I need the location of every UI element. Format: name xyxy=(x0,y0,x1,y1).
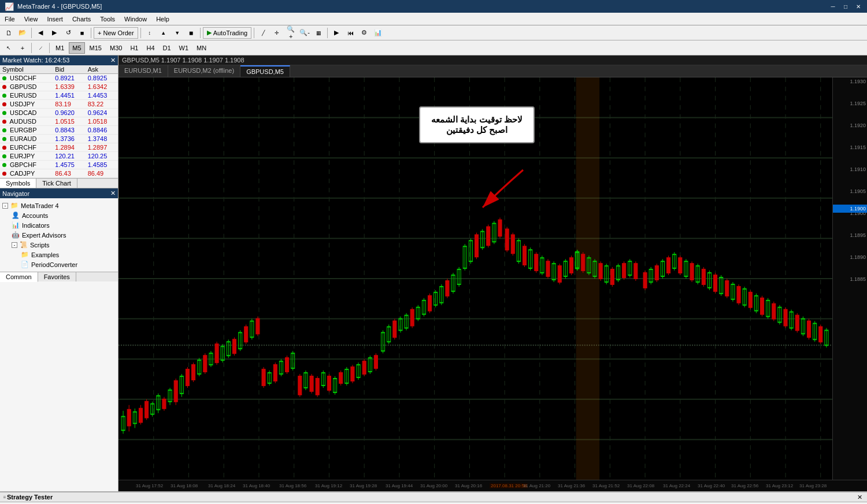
mw-row[interactable]: EURJPY 120.21 120.25 xyxy=(0,152,118,161)
mw-row[interactable]: USDCHF 0.8921 0.8925 xyxy=(0,74,118,83)
period-m5[interactable]: M5 xyxy=(69,42,84,54)
zoom-in-btn[interactable]: 🔍+ xyxy=(284,27,297,39)
zoom-out-btn[interactable]: 🔍- xyxy=(298,27,311,39)
svg-rect-91 xyxy=(298,376,302,395)
tree-item-period-converter[interactable]: 📄 PeriodConverter xyxy=(2,260,116,269)
resize-handle[interactable]: ≡ xyxy=(2,495,7,499)
mw-tab-tick-chart[interactable]: Tick Chart xyxy=(36,179,77,188)
period-w1[interactable]: W1 xyxy=(176,42,192,54)
folder-icon-scripts: 📜 xyxy=(20,241,28,249)
new-btn[interactable]: 🗋 xyxy=(2,27,15,39)
auto-trading-btn[interactable]: ▶ AutoTrading xyxy=(203,27,252,39)
mw-symbol: CADJPY xyxy=(0,169,53,178)
period-h1[interactable]: H1 xyxy=(127,42,142,54)
close-btn[interactable]: ✕ xyxy=(854,2,862,10)
chart-tabs[interactable]: EURUSD,M1 EURUSD,M2 (offline) GBPUSD,M5 xyxy=(118,65,867,77)
tree-item-scripts[interactable]: - 📜 Scripts xyxy=(2,240,116,250)
menu-charts[interactable]: Charts xyxy=(68,14,95,24)
mw-row[interactable]: USDJPY 83.19 83.22 xyxy=(0,100,118,109)
expand-mt4[interactable]: - xyxy=(2,203,8,209)
svg-rect-161 xyxy=(505,229,509,250)
mw-row[interactable]: CADJPY 86.43 86.49 xyxy=(0,169,118,178)
new-order-btn[interactable]: + New Order xyxy=(94,27,138,39)
time-10: 31 Aug 21:20 xyxy=(523,483,550,488)
rewind-btn[interactable]: ⏮ xyxy=(344,27,357,39)
mw-row[interactable]: USDCAD 0.9620 0.9624 xyxy=(0,109,118,117)
chart-tab-eurusd-m1[interactable]: EURUSD,M1 xyxy=(118,65,168,77)
mw-bid: 1.4451 xyxy=(53,91,85,100)
svg-rect-77 xyxy=(256,319,260,334)
period-mn[interactable]: MN xyxy=(193,42,210,54)
stop-btn[interactable]: ■ xyxy=(76,27,88,39)
svg-rect-220 xyxy=(679,258,682,273)
cross-btn[interactable]: ✛ xyxy=(271,27,283,39)
mw-tab-symbols[interactable]: Symbols xyxy=(0,179,36,188)
period-m1[interactable]: M1 xyxy=(52,42,68,54)
indicator-btn[interactable]: 📊 xyxy=(372,27,384,39)
mw-row[interactable]: EURCHF 1.2894 1.2897 xyxy=(0,143,118,152)
period-m30[interactable]: M30 xyxy=(106,42,125,54)
tester-close[interactable]: ✕ xyxy=(855,494,865,501)
chart-btn1[interactable]: ↕ xyxy=(143,27,156,39)
expand-scripts[interactable]: - xyxy=(12,242,17,248)
play-btn[interactable]: ▶ xyxy=(330,27,343,39)
chart-header-text: GBPUSD,M5 1.1907 1.1908 1.1907 1.1908 xyxy=(122,57,244,64)
refresh-btn[interactable]: ↺ xyxy=(62,27,75,39)
mw-bid: 1.6339 xyxy=(53,83,85,91)
tree-item-accounts[interactable]: 👤 Accounts xyxy=(2,210,116,220)
back-btn[interactable]: ◀ xyxy=(34,27,47,39)
line-studies-btn[interactable]: ⟋ xyxy=(34,42,47,54)
mw-row[interactable]: EURGBP 0.8843 0.8846 xyxy=(0,126,118,135)
minimize-btn[interactable]: ─ xyxy=(829,2,837,10)
left-panel: Market Watch: 16:24:53 ✕ Symbol Bid Ask … xyxy=(0,55,118,491)
svg-rect-101 xyxy=(327,376,331,390)
tree-item-indicators[interactable]: 📊 Indicators xyxy=(2,220,116,230)
nav-tab-favorites[interactable]: Favorites xyxy=(38,272,76,281)
menu-window[interactable]: Window xyxy=(120,14,151,24)
mw-row[interactable]: GBPCHF 1.4575 1.4585 xyxy=(0,161,118,169)
title-bar-text: MetaTrader 4 - [GBPUSD,M5] xyxy=(17,3,102,10)
cursor-btn[interactable]: ↖ xyxy=(2,42,15,54)
chart-btn4[interactable]: ◼ xyxy=(185,27,198,39)
grid-btn[interactable]: ▦ xyxy=(312,27,325,39)
y-axis: 1.1930 1.1925 1.1920 1.1915 1.1910 1.190… xyxy=(832,77,867,480)
menu-help[interactable]: Help xyxy=(151,14,174,24)
tree-item-expert-advisors[interactable]: 🤖 Expert Advisors xyxy=(2,230,116,240)
chart-btn2[interactable]: ▲ xyxy=(157,27,170,39)
market-watch: Market Watch: 16:24:53 ✕ Symbol Bid Ask … xyxy=(0,55,118,188)
tree-item-examples[interactable]: 📁 Examples xyxy=(2,250,116,260)
time-16: 31 Aug 22:56 xyxy=(731,483,758,488)
svg-rect-194 xyxy=(599,264,602,279)
mw-row[interactable]: EURAUD 1.3736 1.3748 xyxy=(0,135,118,143)
fwd-btn[interactable]: ▶ xyxy=(48,27,61,39)
menu-tools[interactable]: Tools xyxy=(95,14,120,24)
chart-tab-eurusd-m2[interactable]: EURUSD,M2 (offline) xyxy=(168,65,240,77)
period-h4[interactable]: H4 xyxy=(143,42,158,54)
market-watch-close[interactable]: ✕ xyxy=(110,57,116,64)
period-toolbar: ↖ + ⟋ M1 M5 M15 M30 H1 H4 D1 W1 MN xyxy=(0,40,867,55)
mw-ask: 0.9624 xyxy=(86,109,118,117)
menu-file[interactable]: File xyxy=(0,14,20,24)
period-m15[interactable]: M15 xyxy=(86,42,105,54)
navigator-close[interactable]: ✕ xyxy=(110,190,116,197)
crosshair-btn[interactable]: + xyxy=(16,42,29,54)
mw-row[interactable]: GBPUSD 1.6339 1.6342 xyxy=(0,83,118,91)
period-d1[interactable]: D1 xyxy=(160,42,175,54)
mw-row[interactable]: EURUSD 1.4451 1.4453 xyxy=(0,91,118,100)
menu-insert[interactable]: Insert xyxy=(42,14,68,24)
current-price: 1.1900 xyxy=(850,206,866,212)
mw-row[interactable]: AUDUSD 1.0515 1.0518 xyxy=(0,117,118,126)
chart-tab-gbpusd-m5[interactable]: GBPUSD,M5 xyxy=(240,65,290,77)
time-highlight: 2017.08.31 20:58 xyxy=(490,483,528,488)
line-btn[interactable]: ╱ xyxy=(257,27,269,39)
open-btn[interactable]: 📂 xyxy=(16,27,29,39)
svg-rect-236 xyxy=(725,281,729,296)
tree-item-mt4[interactable]: - 📁 MetaTrader 4 xyxy=(2,201,116,210)
menu-view[interactable]: View xyxy=(20,14,43,24)
settings-btn[interactable]: ⚙ xyxy=(358,27,370,39)
nav-tab-common[interactable]: Common xyxy=(0,272,38,282)
title-bar-controls[interactable]: ─ □ ✕ xyxy=(829,2,862,10)
chart-btn3[interactable]: ▼ xyxy=(171,27,184,39)
svg-rect-256 xyxy=(784,310,787,326)
maximize-btn[interactable]: □ xyxy=(842,2,850,10)
